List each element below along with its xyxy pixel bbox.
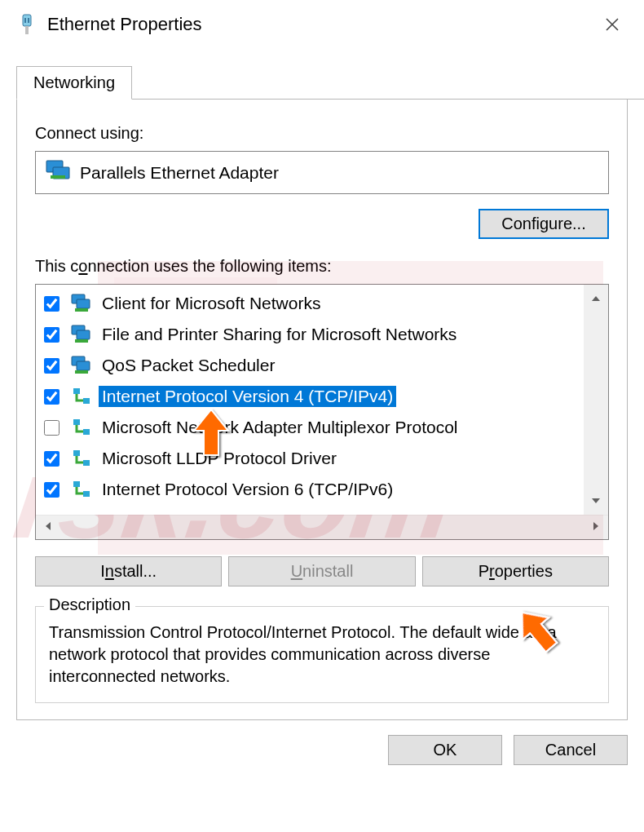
adapter-name: Parallels Ethernet Adapter xyxy=(80,163,279,183)
ok-button[interactable]: OK xyxy=(388,735,502,765)
svg-rect-3 xyxy=(28,18,29,23)
list-item[interactable]: Microsoft LLDP Protocol Driver xyxy=(41,443,608,474)
item-label: Client for Microsoft Networks xyxy=(99,293,324,314)
svg-rect-6 xyxy=(51,175,65,179)
item-label: File and Printer Sharing for Microsoft N… xyxy=(99,324,460,345)
item-label: Internet Protocol Version 6 (TCP/IPv6) xyxy=(99,479,396,500)
items-listbox[interactable]: Client for Microsoft NetworksFile and Pr… xyxy=(36,285,608,515)
svg-rect-16 xyxy=(73,388,80,394)
svg-rect-23 xyxy=(83,491,90,497)
tab-networking[interactable]: Networking xyxy=(16,66,132,100)
description-group: Description Transmission Control Protoco… xyxy=(35,606,609,703)
cancel-button[interactable]: Cancel xyxy=(514,735,628,765)
item-checkbox[interactable] xyxy=(44,358,60,374)
item-checkbox[interactable] xyxy=(44,420,60,436)
monitor-icon xyxy=(71,324,92,345)
cancel-label: Cancel xyxy=(545,741,596,759)
horizontal-scrollbar[interactable] xyxy=(36,515,608,539)
scroll-right-icon[interactable] xyxy=(592,520,600,535)
list-item[interactable]: File and Printer Sharing for Microsoft N… xyxy=(41,319,608,350)
monitor-icon xyxy=(71,293,92,314)
vertical-scrollbar[interactable] xyxy=(584,285,608,515)
tab-panel: Connect using: Parallels Ethernet Adapte… xyxy=(16,100,628,720)
adapter-monitor-icon xyxy=(46,160,70,185)
item-label: QoS Packet Scheduler xyxy=(99,355,278,376)
description-text: Transmission Control Protocol/Internet P… xyxy=(49,622,595,688)
description-heading: Description xyxy=(44,595,135,614)
svg-rect-11 xyxy=(77,330,90,339)
configure-row: Configure... xyxy=(35,209,609,239)
svg-rect-22 xyxy=(73,481,80,487)
svg-rect-0 xyxy=(23,15,31,26)
titlebar: Ethernet Properties xyxy=(0,0,644,49)
list-item[interactable]: Microsoft Network Adapter Multiplexor Pr… xyxy=(41,412,608,443)
tabstrip: Networking xyxy=(16,64,644,100)
list-item[interactable]: Internet Protocol Version 4 (TCP/IPv4) xyxy=(41,381,608,412)
svg-rect-18 xyxy=(73,419,80,425)
svg-rect-15 xyxy=(75,370,88,374)
svg-rect-12 xyxy=(75,339,88,343)
item-checkbox[interactable] xyxy=(44,389,60,405)
network-icon xyxy=(71,386,92,407)
tab-label: Networking xyxy=(33,73,115,91)
list-item[interactable]: QoS Packet Scheduler xyxy=(41,350,608,381)
list-item[interactable]: Internet Protocol Version 6 (TCP/IPv6) xyxy=(41,474,608,505)
item-label: Microsoft LLDP Protocol Driver xyxy=(99,448,340,469)
item-label: Internet Protocol Version 4 (TCP/IPv4) xyxy=(99,386,396,407)
svg-rect-20 xyxy=(73,450,80,456)
item-checkbox[interactable] xyxy=(44,451,60,467)
close-button[interactable] xyxy=(597,11,628,38)
connect-using-label: Connect using: xyxy=(35,124,609,143)
item-label: Microsoft Network Adapter Multiplexor Pr… xyxy=(99,417,461,438)
svg-rect-14 xyxy=(77,361,90,370)
list-item[interactable]: Client for Microsoft Networks xyxy=(41,288,608,319)
install-button[interactable]: Install... xyxy=(35,556,222,586)
item-checkbox[interactable] xyxy=(44,482,60,498)
svg-rect-8 xyxy=(77,299,90,308)
dialog-buttons: OK Cancel xyxy=(0,720,644,765)
scroll-down-icon[interactable] xyxy=(590,493,602,508)
svg-rect-17 xyxy=(83,398,90,404)
ethernet-icon xyxy=(18,13,36,36)
network-icon xyxy=(71,417,92,438)
adapter-box[interactable]: Parallels Ethernet Adapter xyxy=(35,151,609,194)
scroll-left-icon[interactable] xyxy=(44,520,52,535)
svg-rect-2 xyxy=(24,18,26,23)
properties-button[interactable]: Properties xyxy=(422,556,609,586)
item-checkbox[interactable] xyxy=(44,296,60,312)
item-checkbox[interactable] xyxy=(44,327,60,343)
items-label: This connection uses the following items… xyxy=(35,257,609,276)
configure-button[interactable]: Configure... xyxy=(479,209,609,239)
network-icon xyxy=(71,448,92,469)
configure-button-label: Configure... xyxy=(501,215,585,232)
network-icon xyxy=(71,479,92,500)
ok-label: OK xyxy=(434,741,457,759)
items-listframe: Client for Microsoft NetworksFile and Pr… xyxy=(35,284,609,540)
svg-rect-1 xyxy=(25,26,29,34)
monitor-icon xyxy=(71,355,92,376)
svg-rect-9 xyxy=(75,308,88,312)
item-buttons-row: Install... Uninstall Properties xyxy=(35,556,609,586)
uninstall-button[interactable]: Uninstall xyxy=(228,556,415,586)
window-title: Ethernet Properties xyxy=(47,14,202,35)
svg-rect-21 xyxy=(83,460,90,466)
scroll-up-icon[interactable] xyxy=(590,291,602,306)
svg-rect-19 xyxy=(83,429,90,435)
